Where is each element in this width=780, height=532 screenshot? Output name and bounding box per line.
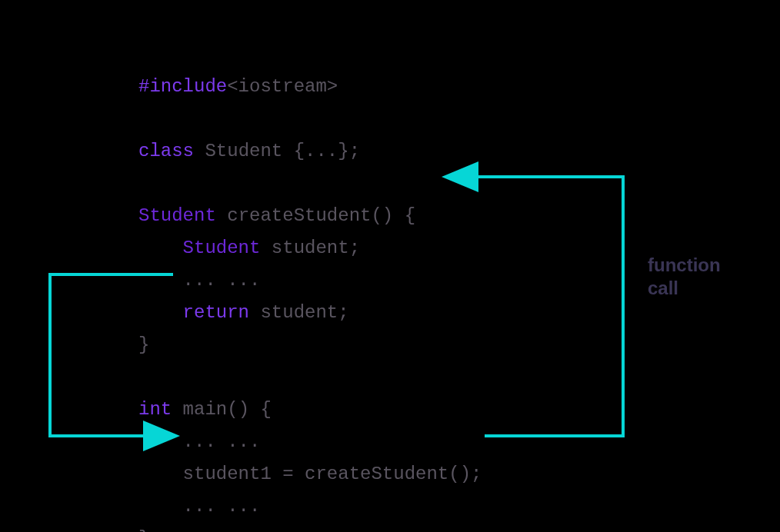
code-block: #include<iostream> class Student {...}; … [138,38,482,532]
include-directive: #include [138,76,227,97]
close-brace: } [138,528,149,532]
close-brace: } [138,334,149,355]
indent [138,431,183,452]
indent [138,302,183,323]
function-signature: createStudent() { [216,205,415,226]
local-type: Student [183,238,261,258]
include-header: <iostream> [227,76,338,97]
return-type: Student [138,205,216,226]
indent [138,464,183,484]
indent [138,496,183,517]
call-statement: student1 = createStudent(); [183,464,482,484]
ellipsis: ... ... [183,496,261,517]
return-value: student; [249,302,349,323]
main-signature: main() { [172,399,272,420]
annotation-line1: function [648,254,721,277]
return-keyword: return [183,302,249,323]
class-name: Student [194,141,294,161]
ellipsis: ... ... [183,270,261,291]
indent [138,238,183,258]
annotation-line2: call [648,277,721,300]
indent [138,270,183,291]
class-body: {...}; [294,141,360,161]
class-keyword: class [138,141,194,161]
function-call-label: function call [648,254,721,300]
local-var: student; [260,238,360,258]
ellipsis: ... ... [183,431,261,452]
int-keyword: int [138,399,172,420]
